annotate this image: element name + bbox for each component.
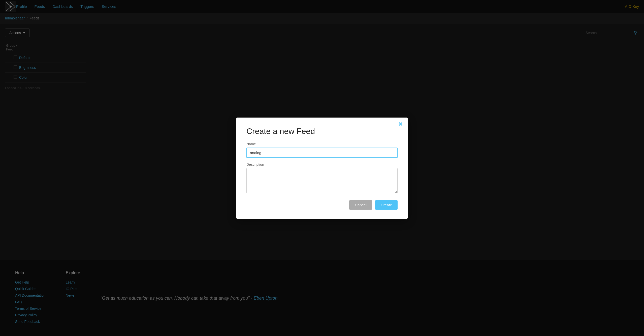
- modal-title: Create a new Feed: [246, 127, 398, 136]
- cancel-button[interactable]: Cancel: [349, 200, 372, 210]
- name-label: Name: [246, 142, 398, 146]
- create-button[interactable]: Create: [375, 200, 398, 210]
- description-input[interactable]: [246, 168, 398, 193]
- modal-close-button[interactable]: ✕: [398, 122, 403, 127]
- description-label: Description: [246, 162, 398, 166]
- create-feed-modal: ✕ Create a new Feed Name Description Can…: [236, 118, 408, 219]
- modal-overlay: ✕ Create a new Feed Name Description Can…: [0, 0, 644, 336]
- modal-actions: Cancel Create: [246, 200, 398, 210]
- name-input[interactable]: [246, 148, 398, 158]
